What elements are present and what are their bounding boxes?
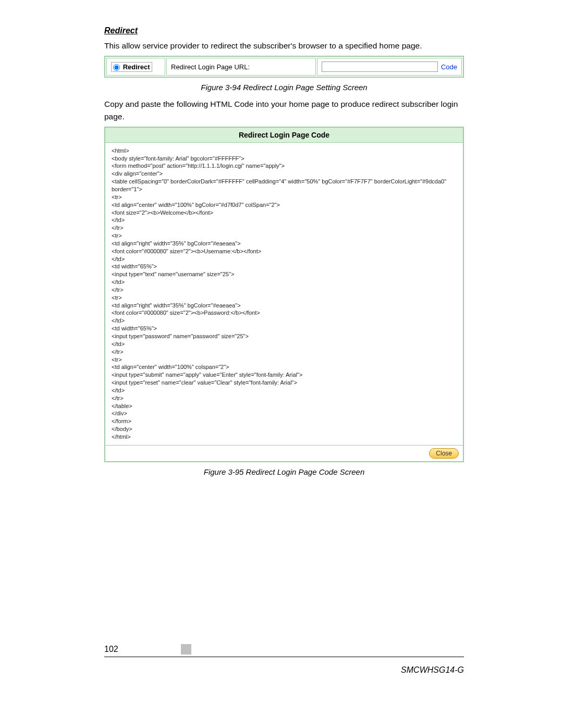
figure-94-caption: Figure 3-94 Redirect Login Page Setting … (104, 83, 464, 92)
code-link[interactable]: Code (441, 63, 457, 71)
redirect-radio-cell: Redirect (106, 58, 165, 76)
copy-paste-paragraph: Copy and paste the following HTML Code i… (104, 98, 464, 122)
page-number: 102 (104, 645, 118, 654)
redirect-settings-table: Redirect Redirect Login Page URL: Code (104, 56, 464, 78)
model-number: SMCWHSG14-G (104, 665, 464, 675)
code-panel-body: <html> <body style="font-family: Arial" … (105, 143, 463, 445)
code-panel-header: Redirect Login Page Code (105, 128, 463, 143)
figure-95-caption: Figure 3-95 Redirect Login Page Code Scr… (104, 467, 464, 476)
page-footer: 102 SMCWHSG14-G (104, 644, 464, 675)
redirect-url-input-cell: Code (317, 58, 462, 76)
redirect-url-label-cell: Redirect Login Page URL: (166, 58, 316, 76)
footer-rule (104, 657, 464, 657)
section-heading: Redirect (104, 26, 464, 35)
redirect-code-panel: Redirect Login Page Code <html> <body st… (104, 127, 464, 462)
close-row: Close (105, 445, 463, 461)
redirect-url-input[interactable] (322, 61, 438, 72)
intro-paragraph: This allow service provider to redirect … (104, 40, 464, 52)
redirect-radio[interactable] (113, 64, 120, 71)
close-button[interactable]: Close (429, 448, 459, 459)
redirect-radio-label: Redirect (123, 63, 150, 71)
document-page: Redirect This allow service provider to … (0, 0, 563, 728)
footer-square-icon (181, 644, 191, 655)
